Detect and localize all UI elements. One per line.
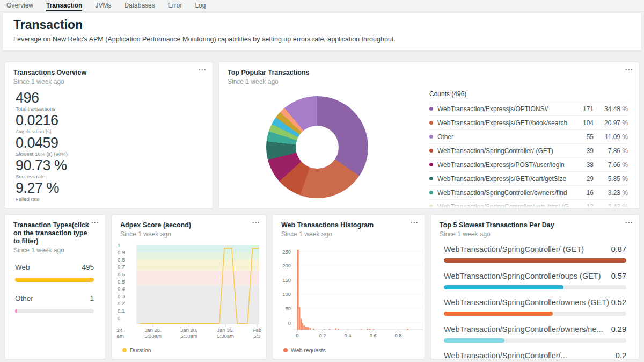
legend-row[interactable]: WebTransaction/SpringController/owners/f…: [429, 185, 628, 199]
slowest-row[interactable]: WebTransaction/SpringController/owners (…: [444, 297, 626, 324]
slowest-row[interactable]: WebTransaction/SpringController/...0.2: [444, 350, 626, 359]
adpex-plot[interactable]: 10.90.80.70.60.50.40.30.20.1024,amJan 26…: [116, 244, 267, 342]
slowest-bar-track: [444, 312, 626, 316]
legend-row[interactable]: WebTransaction/Expressjs/POST//user/logi…: [429, 157, 628, 171]
legend-row[interactable]: WebTransaction/Expressjs/GET//book/searc…: [429, 115, 628, 129]
tab-error[interactable]: Error: [168, 0, 182, 11]
panel-subtitle: Since 1 week ago: [281, 230, 416, 238]
type-name: Web: [15, 262, 30, 273]
slowest-bar-fill: [444, 312, 553, 316]
stat-block: 0.0459Slowest 10% (s) (90%): [16, 135, 68, 157]
svg-text:0.8: 0.8: [118, 257, 125, 263]
legend-count: 104: [569, 119, 594, 127]
stat-block: 90.73 %Success rate: [16, 157, 68, 180]
panel-menu-icon[interactable]: ⋯: [91, 218, 99, 227]
svg-text:0: 0: [288, 320, 291, 326]
panel-title: Adpex Score (second): [120, 221, 258, 229]
panel-web-transactions-histogram: Web Transactions Histogram Since 1 week …: [272, 214, 425, 359]
panel-top5-slowest-transactions: Top 5 Slowest Transactions Per Day Since…: [430, 214, 640, 359]
svg-text:0.6: 0.6: [118, 271, 125, 277]
slowest-row-header: WebTransaction/SpringController/ (GET)0.…: [444, 244, 626, 255]
type-bar-fill: [15, 278, 94, 282]
legend-pct: 3.23 %: [594, 189, 628, 197]
slowest-transaction-name: WebTransaction/SpringController/oups (GE…: [444, 271, 601, 281]
panel-title: Top 5 Slowest Transactions Per Day: [440, 221, 631, 229]
type-label-row: Web495: [15, 262, 94, 273]
legend-pct: 7.66 %: [594, 161, 628, 169]
panel-subtitle: Since 1 week ago: [228, 78, 631, 85]
slowest-transaction-name: WebTransaction/SpringController/owners (…: [444, 297, 609, 308]
stat-block: 0.0216Avg duration (s): [16, 112, 68, 135]
svg-text:0.7: 0.7: [118, 264, 125, 270]
tab-databases[interactable]: Databases: [124, 0, 155, 11]
slowest-transaction-name: WebTransaction/SpringController/ (GET): [444, 244, 584, 255]
svg-text:0.2: 0.2: [118, 300, 125, 306]
svg-text:5:3: 5:3: [253, 333, 260, 339]
svg-text:am: am: [117, 333, 124, 339]
tab-log[interactable]: Log: [195, 0, 206, 11]
legend-color-dot: [429, 163, 433, 166]
stat-label: Avg duration (s): [16, 128, 68, 134]
stat-label: Slowest 10% (s) (90%): [16, 151, 68, 157]
type-row[interactable]: Other1: [15, 293, 94, 313]
type-bar-track: [15, 309, 94, 313]
donut-chart[interactable]: [266, 96, 368, 198]
slowest-transaction-value: 0.57: [611, 271, 626, 281]
legend-pct: 34.48 %: [594, 105, 628, 113]
slowest-row[interactable]: WebTransaction/SpringController/owners/n…: [444, 324, 626, 351]
panel-menu-icon[interactable]: ⋯: [252, 218, 260, 227]
panel-title: Web Transactions Histogram: [281, 221, 416, 229]
slowest-row[interactable]: WebTransaction/SpringController/ (GET)0.…: [444, 244, 626, 271]
legend-row[interactable]: Other5511.09 %: [429, 129, 628, 143]
slowest-row-header: WebTransaction/SpringController/owners/n…: [444, 324, 626, 335]
legend-color-dot: [429, 191, 433, 194]
donut-hole: [296, 126, 339, 169]
type-row[interactable]: Web495: [15, 262, 94, 282]
legend-pct: 11.09 %: [594, 133, 628, 141]
svg-text:0.4: 0.4: [118, 286, 125, 292]
stat-value: 90.73 %: [16, 157, 68, 173]
slowest-bar-track: [444, 258, 626, 263]
stat-block: 496Total transactions: [16, 90, 68, 112]
panel-menu-icon[interactable]: ⋯: [625, 65, 633, 75]
panel-adpex-score: Adpex Score (second) Since 1 week ago ⋯ …: [111, 214, 267, 359]
stat-label: Total transactions: [16, 106, 68, 112]
svg-text:Jan 26,: Jan 26,: [145, 327, 162, 333]
stat-value: 9.27 %: [16, 180, 68, 196]
panel-subtitle: Since 1 week ago: [440, 230, 631, 238]
svg-text:0.6: 0.6: [369, 332, 376, 338]
slowest-row[interactable]: WebTransaction/SpringController/oups (GE…: [444, 271, 626, 298]
type-bar-track: [15, 278, 94, 282]
panel-subtitle: Since 1 week ago: [13, 247, 90, 254]
type-name: Other: [15, 293, 33, 304]
legend-count: 38: [569, 161, 594, 169]
histogram-plot[interactable]: 05010015020025000.20.40.60.8: [277, 242, 425, 339]
web-requests-legend-dot: [283, 348, 288, 352]
slowest-row-header: WebTransaction/SpringController/...0.2: [444, 350, 626, 359]
panel-subtitle: Since 1 week ago: [120, 230, 258, 238]
legend-row[interactable]: WebTransaction/SpringController/ (GET)39…: [429, 143, 628, 157]
legend-color-dot: [429, 177, 433, 180]
panel-menu-icon[interactable]: ⋯: [410, 218, 418, 227]
legend-count: 39: [569, 147, 594, 155]
slowest-transaction-value: 0.87: [611, 244, 626, 255]
type-label-row: Other1: [15, 293, 94, 304]
slowest-bar-fill: [444, 338, 504, 343]
panel-subtitle: Since 1 week ago: [13, 78, 204, 85]
svg-text:Jan 30,: Jan 30,: [217, 327, 233, 333]
tab-jvms[interactable]: JVMs: [95, 0, 111, 11]
svg-text:200: 200: [282, 263, 291, 269]
svg-text:0: 0: [296, 332, 298, 338]
tab-transaction[interactable]: Transaction: [46, 0, 82, 11]
legend-color-dot: [429, 121, 433, 125]
svg-text:Feb: Feb: [253, 327, 261, 333]
panel-menu-icon[interactable]: ⋯: [625, 218, 633, 227]
stat-value: 0.0459: [16, 135, 68, 151]
panel-menu-icon[interactable]: ⋯: [198, 65, 206, 75]
tab-overview[interactable]: Overview: [6, 0, 33, 11]
legend-row[interactable]: WebTransaction/Expressjs/GET//cart/getSi…: [429, 171, 628, 185]
tab-bar: OverviewTransactionJVMsDatabasesErrorLog: [0, 0, 644, 12]
legend-label: WebTransaction/Expressjs/POST//user/logi…: [437, 161, 569, 169]
svg-text:Jan 28,: Jan 28,: [181, 327, 197, 333]
legend-row[interactable]: WebTransaction/Expressjs/OPTIONS//17134.…: [429, 102, 628, 115]
